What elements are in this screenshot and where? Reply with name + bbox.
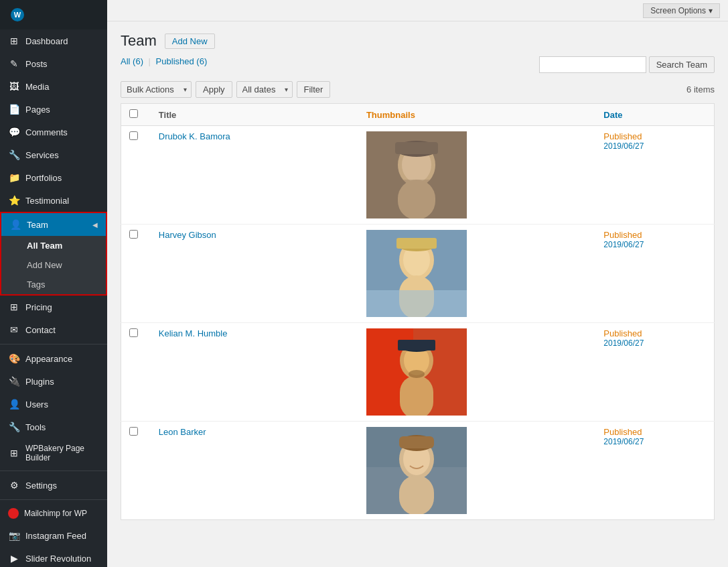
- row2-checkbox-cell: [121, 225, 151, 323]
- page-title: Team: [121, 32, 157, 50]
- title-col-header: Title: [151, 104, 358, 126]
- sidebar-item-slider[interactable]: ▶ Slider Revolution: [0, 547, 107, 567]
- row1-thumbnail: [366, 131, 467, 218]
- svg-point-21: [409, 370, 425, 378]
- sidebar-divider-1: [0, 344, 107, 344]
- sidebar-subitem-tags[interactable]: Tags: [1, 275, 106, 294]
- row4-title-link[interactable]: Leon Barker: [159, 427, 206, 437]
- team-table: Title Thumbnails Date Drubok K. Bamora: [121, 103, 715, 520]
- bulk-actions-select[interactable]: Bulk Actions: [121, 81, 192, 98]
- row4-thumbnail: [366, 427, 467, 514]
- row3-title-cell: Kelian M. Humble: [151, 323, 358, 422]
- instagram-icon: 📷: [8, 529, 20, 542]
- sidebar-item-pages[interactable]: 📄 Pages: [0, 98, 107, 121]
- row4-date: 2019/06/27: [603, 437, 706, 446]
- sidebar-divider-3: [0, 499, 107, 500]
- sidebar-item-tools[interactable]: 🔧 Tools: [0, 416, 107, 438]
- sidebar-item-label: Appearance: [25, 354, 72, 364]
- row4-thumb-cell: [358, 422, 595, 520]
- bulk-actions-wrapper: Bulk Actions ▾: [121, 81, 192, 98]
- screen-options-button[interactable]: Screen Options ▾: [643, 3, 720, 18]
- filter-published-link[interactable]: Published (6): [156, 56, 208, 66]
- row2-checkbox[interactable]: [129, 230, 138, 239]
- table-row: Drubok K. Bamora: [121, 126, 715, 225]
- row1-checkbox-cell: [121, 126, 151, 225]
- row3-thumbnail: [366, 328, 467, 416]
- sidebar-item-appearance[interactable]: 🎨 Appearance: [0, 347, 107, 370]
- row3-checkbox-cell: [121, 323, 151, 422]
- row3-checkbox[interactable]: [129, 328, 138, 337]
- sidebar-item-pricing[interactable]: ⊞ Pricing: [0, 296, 107, 318]
- sidebar-item-instagram[interactable]: 📷 Instagram Feed: [0, 524, 107, 547]
- row2-title-cell: Harvey Gibson: [151, 225, 358, 323]
- svg-rect-13: [366, 290, 467, 317]
- all-dates-wrapper: All dates ▾: [236, 81, 293, 98]
- sidebar-item-users[interactable]: 👤 Users: [0, 393, 107, 416]
- sidebar-submenu-team: All Team Add New Tags: [1, 236, 106, 294]
- sidebar-subitem-add-new[interactable]: Add New: [1, 255, 106, 275]
- sidebar-item-settings[interactable]: ⚙ Settings: [0, 474, 107, 497]
- row1-title-link[interactable]: Drubok K. Bamora: [159, 131, 230, 141]
- filter-button[interactable]: Filter: [297, 81, 331, 98]
- pricing-icon: ⊞: [8, 301, 20, 313]
- items-count: 6 items: [686, 84, 715, 94]
- table-header-row: Title Thumbnails Date: [121, 104, 715, 126]
- row3-date: 2019/06/27: [603, 338, 706, 348]
- filter-all-link[interactable]: All (6): [121, 56, 146, 66]
- users-icon: 👤: [8, 398, 20, 410]
- row4-checkbox[interactable]: [129, 427, 138, 436]
- wpbakery-icon: ⊞: [8, 447, 20, 459]
- sidebar-item-media[interactable]: 🖼 Media: [0, 75, 107, 98]
- all-dates-select[interactable]: All dates: [236, 81, 293, 98]
- media-icon: 🖼: [8, 80, 20, 92]
- tools-icon: 🔧: [8, 421, 20, 433]
- row4-checkbox-cell: [121, 422, 151, 520]
- row4-status: Published: [603, 427, 642, 437]
- sidebar-team-section: 👤 Team ◀ All Team Add New Tags: [0, 212, 107, 296]
- row2-date-cell: Published 2019/06/27: [595, 225, 714, 323]
- sidebar-item-portfolios[interactable]: 📁 Portfolios: [0, 166, 107, 189]
- row3-title-link[interactable]: Kelian M. Humble: [159, 328, 228, 338]
- add-new-button[interactable]: Add New: [165, 34, 215, 49]
- sidebar-item-wpbakery[interactable]: ⊞ WPBakery Page Builder: [0, 438, 107, 468]
- topbar: Screen Options ▾: [107, 0, 728, 21]
- apply-button[interactable]: Apply: [196, 81, 232, 98]
- appearance-icon: 🎨: [8, 353, 20, 365]
- slider-icon: ▶: [8, 552, 20, 564]
- sidebar-item-services[interactable]: 🔧 Services: [0, 143, 107, 166]
- sidebar-item-contact[interactable]: ✉ Contact: [0, 318, 107, 341]
- search-area: Search Team: [539, 56, 715, 73]
- sidebar-item-comments[interactable]: 💬 Comments: [0, 121, 107, 143]
- sidebar-item-testimonial[interactable]: ⭐ Testimonial: [0, 189, 107, 212]
- sidebar-item-label: Tools: [25, 422, 46, 432]
- services-icon: 🔧: [8, 149, 20, 161]
- row3-status: Published: [603, 328, 642, 338]
- sidebar-item-label: WPBakery Page Builder: [25, 444, 99, 462]
- filter-separator: |: [149, 56, 151, 66]
- select-all-checkbox[interactable]: [129, 109, 138, 118]
- row2-title-link[interactable]: Harvey Gibson: [159, 230, 216, 240]
- sidebar-divider-2: [0, 470, 107, 471]
- sidebar-item-dashboard[interactable]: ⊞ Dashboard: [0, 29, 107, 52]
- svg-rect-4: [386, 180, 447, 218]
- content-area: Team Add New All (6) | Published (6) Sea…: [107, 21, 728, 567]
- search-team-button[interactable]: Search Team: [649, 56, 715, 73]
- row1-status: Published: [603, 131, 642, 141]
- sidebar-item-team[interactable]: 👤 Team ◀: [1, 213, 106, 236]
- screen-options-chevron-icon: ▾: [709, 6, 713, 15]
- sidebar-item-posts[interactable]: ✎ Posts: [0, 52, 107, 75]
- comments-icon: 💬: [8, 126, 20, 138]
- table-row: Harvey Gibson: [121, 225, 715, 323]
- sidebar-item-mailchimp[interactable]: Mailchimp for WP: [0, 503, 107, 524]
- sidebar-item-plugins[interactable]: 🔌 Plugins: [0, 370, 107, 393]
- row1-checkbox[interactable]: [129, 131, 138, 140]
- sidebar-subitem-all-team[interactable]: All Team: [1, 236, 106, 255]
- svg-rect-28: [399, 436, 434, 448]
- posts-icon: ✎: [8, 58, 20, 70]
- mailchimp-icon: [8, 508, 19, 519]
- plugins-icon: 🔌: [8, 375, 20, 387]
- sidebar-logo: W: [0, 0, 107, 29]
- search-input[interactable]: [539, 56, 646, 73]
- row2-date: 2019/06/27: [603, 240, 706, 249]
- sidebar-item-label: Comments: [25, 127, 68, 137]
